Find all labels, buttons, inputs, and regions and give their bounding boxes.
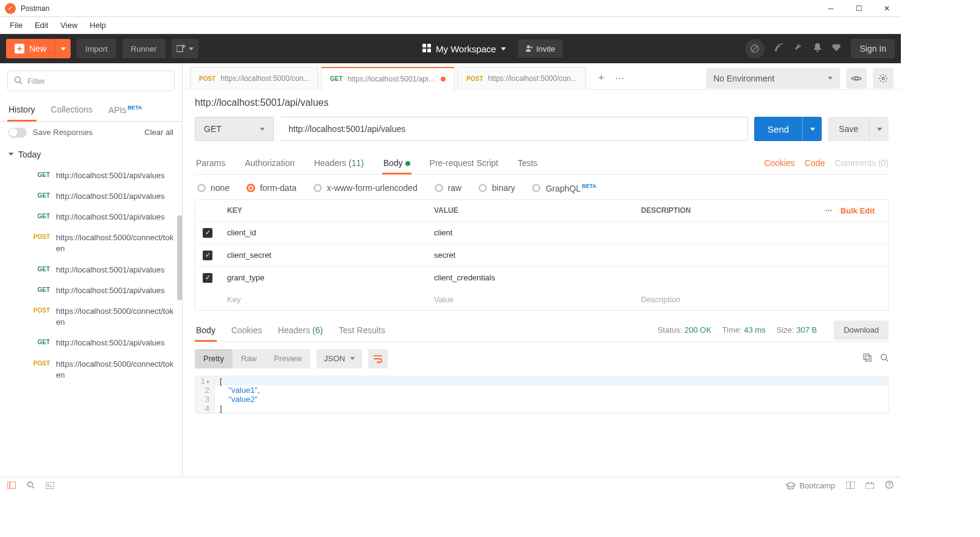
view-preview[interactable]: Preview: [265, 349, 310, 369]
console-icon[interactable]: [46, 481, 54, 491]
value-cell[interactable]: client: [427, 222, 634, 244]
save-responses-toggle[interactable]: [9, 128, 27, 137]
new-button[interactable]: + New: [6, 39, 55, 58]
invite-button[interactable]: Invite: [518, 40, 562, 58]
sidebar-tab-history[interactable]: History: [7, 99, 37, 121]
open-new-icon[interactable]: [172, 39, 198, 58]
bulk-edit-link[interactable]: Bulk Edit: [841, 206, 875, 215]
wrap-lines-icon[interactable]: [368, 349, 388, 369]
response-body[interactable]: 1▾[ 2 "value1", 3 "value2" 4]: [195, 376, 889, 414]
desc-cell[interactable]: [634, 222, 888, 244]
new-tab-button[interactable]: +: [592, 69, 611, 88]
workspace-selector[interactable]: My Workspace: [418, 44, 511, 54]
send-dropdown[interactable]: [802, 117, 822, 141]
sync-off-icon[interactable]: [745, 39, 765, 58]
row-checkbox[interactable]: ✓: [203, 273, 212, 283]
new-desc-input[interactable]: Description: [634, 289, 888, 310]
help-icon[interactable]: [885, 480, 894, 491]
sidebar-tab-apis[interactable]: APIsBETA: [107, 99, 143, 121]
tab-tests[interactable]: Tests: [516, 152, 539, 174]
cookies-link[interactable]: Cookies: [764, 158, 795, 168]
response-tab-tests[interactable]: Test Results: [337, 319, 386, 341]
download-button[interactable]: Download: [834, 320, 889, 340]
format-selector[interactable]: JSON: [317, 349, 362, 369]
url-input[interactable]: http://localhost:5001/api/values: [280, 117, 748, 141]
response-tab-cookies[interactable]: Cookies: [230, 319, 264, 341]
copy-icon[interactable]: [863, 353, 872, 364]
view-raw[interactable]: Raw: [233, 349, 265, 369]
environment-settings-icon[interactable]: [873, 68, 894, 89]
menu-help[interactable]: Help: [83, 18, 112, 32]
signin-button[interactable]: Sign In: [851, 39, 895, 58]
request-tab[interactable]: GEThttps://localhost:5001/api/v...: [321, 67, 455, 90]
tab-params[interactable]: Params: [195, 152, 226, 174]
response-tab-body[interactable]: Body: [195, 319, 217, 341]
menu-view[interactable]: View: [54, 18, 83, 32]
save-dropdown[interactable]: [869, 117, 889, 141]
bell-icon[interactable]: [813, 43, 822, 55]
filter-input[interactable]: Filter: [7, 71, 175, 91]
method-selector[interactable]: GET: [195, 117, 274, 141]
body-type-xwww[interactable]: x-www-form-urlencoded: [313, 183, 418, 193]
body-type-formdata[interactable]: form-data: [247, 183, 296, 193]
value-cell[interactable]: client_credentials: [427, 267, 634, 289]
runner-button[interactable]: Runner: [122, 39, 166, 58]
environment-selector[interactable]: No Environment: [706, 68, 840, 89]
response-tab-headers[interactable]: Headers (6): [277, 319, 324, 341]
save-button[interactable]: Save: [828, 117, 869, 141]
key-cell[interactable]: client_secret: [220, 244, 427, 266]
history-item[interactable]: GEThttp://localhost:5001/api/values: [0, 165, 182, 186]
sidebar-toggle-icon[interactable]: [7, 481, 16, 491]
body-type-raw[interactable]: raw: [435, 183, 462, 193]
row-checkbox[interactable]: ✓: [203, 251, 212, 260]
tab-prerequest[interactable]: Pre-request Script: [429, 152, 500, 174]
body-type-binary[interactable]: binary: [478, 183, 515, 193]
tab-body[interactable]: Body: [382, 152, 411, 174]
clear-all-link[interactable]: Clear all: [144, 128, 173, 137]
request-tab[interactable]: POSThttps://localhost:5000/con...: [190, 67, 318, 90]
sidebar-tab-collections[interactable]: Collections: [50, 99, 94, 121]
body-type-graphql[interactable]: GraphQLBETA: [532, 183, 596, 193]
tab-authorization[interactable]: Authorization: [243, 152, 296, 174]
view-pretty[interactable]: Pretty: [195, 349, 233, 369]
tab-options-button[interactable]: ⋯: [611, 72, 629, 84]
wrench-icon[interactable]: [794, 43, 803, 55]
close-button[interactable]: ✕: [873, 0, 901, 17]
history-group-toggle[interactable]: Today: [0, 144, 182, 165]
comments-link[interactable]: Comments (0): [835, 158, 889, 168]
key-cell[interactable]: client_id: [220, 222, 427, 244]
panels-icon[interactable]: [846, 481, 855, 491]
send-button[interactable]: Send: [754, 117, 802, 141]
key-cell[interactable]: grant_type: [220, 267, 427, 289]
menu-file[interactable]: File: [4, 18, 29, 32]
minimize-button[interactable]: ─: [817, 0, 845, 17]
history-item[interactable]: POSThttps://localhost:5000/connect/token: [0, 354, 182, 386]
history-item[interactable]: GEThttp://localhost:5001/api/values: [0, 260, 182, 280]
bootcamp-link[interactable]: Bootcamp: [786, 481, 835, 490]
history-item[interactable]: GEThttp://localhost:5001/api/values: [0, 207, 182, 227]
code-link[interactable]: Code: [805, 158, 825, 168]
shortcuts-icon[interactable]: [866, 481, 874, 491]
body-type-none[interactable]: none: [197, 183, 229, 193]
maximize-button[interactable]: ☐: [845, 0, 873, 17]
table-more-icon[interactable]: ⋯: [825, 206, 832, 215]
row-checkbox[interactable]: ✓: [203, 228, 212, 238]
tab-headers[interactable]: Headers (11): [313, 152, 365, 174]
import-button[interactable]: Import: [77, 39, 116, 58]
request-tab[interactable]: POSThttps://localhost:5000/con...: [457, 67, 586, 90]
heart-icon[interactable]: [831, 43, 841, 54]
desc-cell[interactable]: [634, 267, 888, 289]
sidebar-scrollbar[interactable]: [177, 215, 182, 300]
menu-edit[interactable]: Edit: [29, 18, 54, 32]
history-item[interactable]: GEThttp://localhost:5001/api/values: [0, 333, 182, 353]
desc-cell[interactable]: [634, 244, 888, 266]
history-item[interactable]: POSThttps://localhost:5000/connect/token: [0, 227, 182, 259]
satellite-icon[interactable]: [774, 43, 784, 55]
search-response-icon[interactable]: [880, 353, 889, 364]
environment-view-icon[interactable]: [846, 68, 867, 89]
history-item[interactable]: POSThttps://localhost:5000/connect/token: [0, 301, 182, 333]
new-key-input[interactable]: Key: [220, 289, 427, 310]
new-value-input[interactable]: Value: [427, 289, 634, 310]
history-item[interactable]: GEThttp://localhost:5001/api/values: [0, 186, 182, 207]
find-icon[interactable]: [27, 481, 35, 491]
